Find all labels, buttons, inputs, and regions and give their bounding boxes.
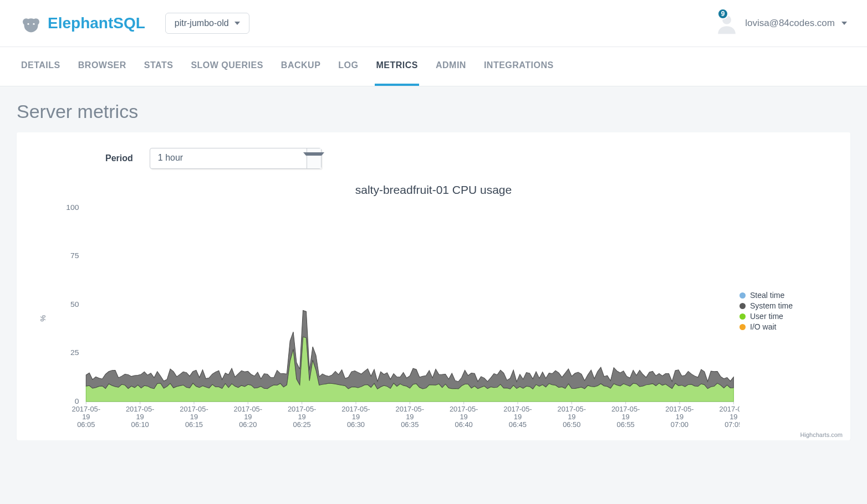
legend-system-time[interactable]: System time	[740, 301, 828, 310]
chart-title: salty-breadfruit-01 CPU usage	[39, 183, 828, 197]
svg-text:06:15: 06:15	[185, 421, 203, 429]
instance-selected-label: pitr-jumbo-old	[175, 18, 229, 28]
svg-text:19: 19	[621, 413, 629, 421]
svg-text:0: 0	[75, 397, 79, 405]
brand-logo[interactable]: ElephantSQL	[20, 12, 145, 34]
svg-text:2017-05-: 2017-05-	[611, 405, 640, 413]
svg-text:06:30: 06:30	[347, 421, 365, 429]
legend-user-time[interactable]: User time	[740, 312, 828, 321]
svg-text:2017-05-: 2017-05-	[234, 405, 262, 413]
chevron-down-icon	[842, 22, 847, 25]
svg-text:19: 19	[352, 413, 360, 421]
svg-text:07:05: 07:05	[725, 421, 740, 429]
svg-text:06:40: 06:40	[455, 421, 473, 429]
period-row: Period 1 hour	[105, 148, 828, 169]
svg-text:50: 50	[70, 300, 79, 308]
tab-integrations[interactable]: INTEGRATIONS	[483, 47, 555, 86]
svg-text:19: 19	[568, 413, 575, 421]
top-bar: ElephantSQL pitr-jumbo-old 9 lovisa@84co…	[0, 0, 867, 47]
svg-text:19: 19	[406, 413, 414, 421]
dot-icon	[740, 303, 746, 309]
dot-icon	[740, 313, 746, 320]
svg-text:100: 100	[66, 203, 79, 211]
tab-browser[interactable]: BROWSER	[77, 47, 128, 86]
svg-text:19: 19	[82, 413, 90, 421]
tab-log[interactable]: LOG	[337, 47, 359, 86]
chevron-down-icon	[234, 22, 240, 25]
tab-slow-queries[interactable]: SLOW QUERIES	[190, 47, 264, 86]
svg-text:19: 19	[730, 413, 737, 421]
chart-legend: Steal time System time User time I/O wai…	[740, 202, 828, 333]
svg-text:19: 19	[676, 413, 684, 421]
svg-text:2017-05-: 2017-05-	[558, 405, 586, 413]
brand-text: ElephantSQL	[48, 14, 145, 32]
svg-text:06:45: 06:45	[509, 421, 527, 429]
elephant-icon	[20, 12, 42, 34]
period-label: Period	[105, 153, 133, 163]
period-select[interactable]: 1 hour	[150, 148, 322, 169]
user-menu[interactable]: 9 lovisa@84codes.com	[715, 12, 847, 35]
legend-steal-time[interactable]: Steal time	[740, 291, 828, 300]
svg-text:2017-05-: 2017-05-	[396, 405, 424, 413]
svg-text:2017-05-: 2017-05-	[288, 405, 316, 413]
tab-metrics[interactable]: METRICS	[375, 47, 419, 86]
svg-text:06:35: 06:35	[401, 421, 419, 429]
svg-text:19: 19	[244, 413, 252, 421]
tab-backup[interactable]: BACKUP	[280, 47, 322, 86]
tab-admin[interactable]: ADMIN	[435, 47, 467, 86]
dot-icon	[740, 292, 746, 299]
svg-text:2017-05-: 2017-05-	[72, 405, 100, 413]
instance-select[interactable]: pitr-jumbo-old	[165, 13, 249, 34]
dot-icon	[740, 324, 746, 330]
svg-text:06:25: 06:25	[293, 421, 311, 429]
svg-text:2017-05-: 2017-05-	[450, 405, 478, 413]
svg-text:07:00: 07:00	[671, 421, 688, 429]
svg-text:2017-05-: 2017-05-	[341, 405, 370, 413]
chevron-down-icon	[307, 148, 321, 168]
svg-text:2017-05-: 2017-05-	[180, 405, 208, 413]
svg-text:2017-05-: 2017-05-	[126, 405, 154, 413]
svg-text:2017-05-: 2017-05-	[720, 405, 740, 413]
legend-io-wait[interactable]: I/O wait	[740, 322, 828, 331]
svg-text:19: 19	[190, 413, 198, 421]
cpu-chart: 02550751002017-05-1906:052017-05-1906:10…	[50, 202, 740, 435]
svg-text:19: 19	[136, 413, 144, 421]
user-email: lovisa@84codes.com	[745, 18, 835, 29]
svg-rect-3	[30, 26, 33, 32]
metrics-card: Period 1 hour salty-breadfruit-01 CPU us…	[17, 132, 850, 440]
svg-text:2017-05-: 2017-05-	[665, 405, 693, 413]
period-selected-value: 1 hour	[150, 148, 307, 168]
tab-stats[interactable]: STATS	[143, 47, 175, 86]
svg-text:2017-05-: 2017-05-	[503, 405, 532, 413]
svg-text:19: 19	[460, 413, 467, 421]
svg-text:06:10: 06:10	[131, 421, 149, 429]
svg-text:06:50: 06:50	[563, 421, 580, 429]
svg-text:75: 75	[70, 252, 79, 260]
tab-details[interactable]: DETAILS	[20, 47, 62, 86]
svg-point-4	[27, 23, 29, 25]
svg-text:06:20: 06:20	[239, 421, 257, 429]
nav-tabs: DETAILS BROWSER STATS SLOW QUERIES BACKU…	[0, 47, 867, 86]
y-axis-label: %	[39, 315, 47, 322]
chart-credit[interactable]: Highcharts.com	[800, 431, 843, 438]
page-title: Server metrics	[0, 86, 867, 132]
svg-text:19: 19	[298, 413, 305, 421]
svg-text:06:55: 06:55	[617, 421, 635, 429]
svg-text:06:05: 06:05	[77, 421, 95, 429]
svg-point-5	[33, 23, 34, 25]
avatar: 9	[715, 12, 738, 35]
svg-text:19: 19	[514, 413, 522, 421]
svg-text:25: 25	[70, 349, 79, 357]
